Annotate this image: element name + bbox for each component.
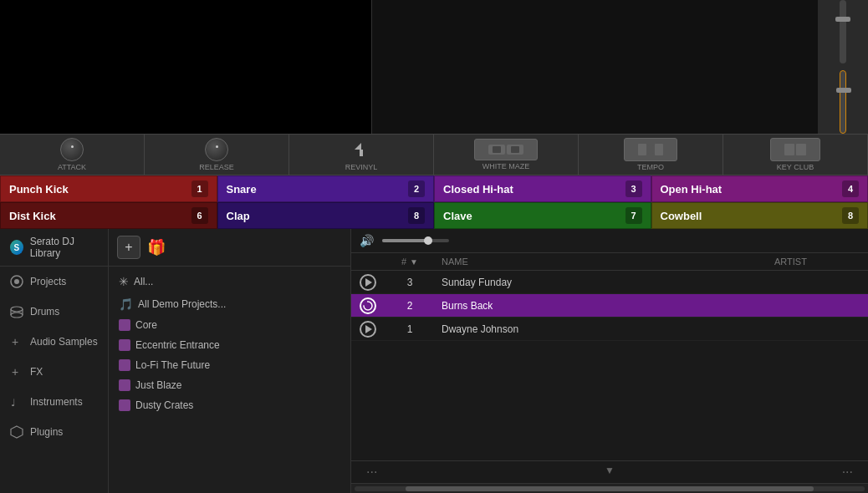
sort-arrow-icon[interactable]: ▼ bbox=[410, 257, 418, 267]
pad-number-4: 4 bbox=[842, 180, 859, 197]
lofi-label: Lo-Fi The Future bbox=[135, 359, 210, 371]
attack-knob[interactable] bbox=[60, 138, 84, 161]
pad-label-2: Snare bbox=[227, 183, 257, 196]
pad-label-1: Punch Kick bbox=[9, 183, 69, 196]
chevron-down-icon[interactable]: ▼ bbox=[605, 465, 615, 480]
track-name-3: Dwayne Johnson bbox=[435, 323, 768, 335]
volume-fill bbox=[382, 239, 428, 242]
play-circle-1[interactable] bbox=[360, 274, 376, 291]
all-asterisk-icon: ✳ bbox=[119, 275, 129, 288]
release-label: Release bbox=[199, 163, 234, 171]
sidebar-fx-label: FX bbox=[30, 366, 43, 378]
volume-icon[interactable]: 🔊 bbox=[360, 234, 374, 247]
control-release[interactable]: Release bbox=[145, 135, 289, 175]
sidebar-item-plugins[interactable]: Plugins bbox=[0, 417, 108, 447]
browser-item-dusty-crates[interactable]: Dusty Crates bbox=[109, 395, 350, 415]
key-club-btn[interactable] bbox=[770, 138, 820, 161]
track-row-2[interactable]: 2 Burns Back bbox=[351, 294, 868, 318]
pad-punch-kick[interactable]: Punch Kick 1 bbox=[0, 175, 217, 202]
dots-right-icon[interactable]: ··· bbox=[835, 465, 860, 480]
fx-icon: + bbox=[10, 365, 23, 379]
pad-label-7: Clave bbox=[443, 210, 472, 222]
eccentric-label: Eccentric Entrance bbox=[135, 339, 220, 351]
dots-left-icon[interactable]: ··· bbox=[360, 465, 384, 480]
browser-item-all[interactable]: ✳ All... bbox=[109, 270, 350, 293]
sidebar-item-projects[interactable]: Projects bbox=[0, 267, 108, 297]
browser-item-core[interactable]: Core bbox=[109, 315, 350, 335]
track-row-1[interactable]: 3 Sunday Funday bbox=[351, 271, 868, 294]
col-header-name[interactable]: NAME bbox=[435, 257, 768, 267]
white-maze-btn[interactable] bbox=[474, 139, 538, 160]
browser-item-just-blaze[interactable]: Just Blaze bbox=[109, 375, 350, 395]
volume-slider-thumb[interactable] bbox=[424, 236, 432, 245]
release-knob[interactable] bbox=[205, 138, 228, 161]
sidebar-item-serato[interactable]: S Serato DJ Library bbox=[0, 229, 108, 267]
tempo-label: Tempo bbox=[637, 163, 664, 171]
sidebar-item-audio-samples[interactable]: + Audio Samples bbox=[0, 327, 108, 357]
control-revinyl[interactable]: Revinyl bbox=[289, 135, 434, 175]
pad-cowbell[interactable]: Cowbell 8 bbox=[651, 202, 869, 229]
sidebar-audio-samples-label: Audio Samples bbox=[30, 336, 98, 348]
play-circle-2[interactable] bbox=[360, 297, 376, 314]
knob-dot-2 bbox=[216, 145, 218, 148]
pad-label-3: Closed Hi-hat bbox=[443, 183, 513, 196]
track-play-btn-3[interactable] bbox=[351, 321, 385, 338]
add-crate-button[interactable]: + bbox=[117, 236, 140, 259]
control-tempo[interactable]: Tempo bbox=[579, 135, 723, 175]
browser-item-demo-projects[interactable]: 🎵 All Demo Projects... bbox=[109, 293, 350, 315]
pad-number-2: 2 bbox=[408, 180, 425, 197]
track-list-header: # ▼ NAME ARTIST bbox=[351, 253, 868, 271]
svg-text:+: + bbox=[12, 335, 18, 348]
sidebar-item-drums[interactable]: Drums bbox=[0, 297, 108, 327]
eccentric-crate-icon bbox=[119, 339, 130, 351]
browser-item-eccentric[interactable]: Eccentric Entrance bbox=[109, 335, 350, 355]
pad-clap[interactable]: Clap 8 bbox=[217, 202, 435, 229]
plugins-icon bbox=[10, 425, 23, 439]
svg-point-4 bbox=[11, 307, 23, 312]
fader-thumb-right[interactable] bbox=[836, 88, 851, 93]
fader-track-left[interactable] bbox=[840, 0, 846, 64]
track-row-3[interactable]: 1 Dwayne Johnson bbox=[351, 318, 868, 341]
svg-marker-11 bbox=[11, 426, 23, 438]
pad-open-hihat[interactable]: Open Hi-hat 4 bbox=[651, 175, 869, 202]
play-circle-3[interactable] bbox=[360, 321, 376, 338]
fader-track-right[interactable] bbox=[840, 70, 846, 134]
pad-label-4: Open Hi-hat bbox=[661, 183, 722, 196]
track-list-footer-dots: ··· ▼ ··· bbox=[351, 460, 868, 483]
loading-spinner-icon bbox=[362, 300, 374, 312]
fader-thumb-left[interactable] bbox=[835, 17, 850, 22]
col-header-artist[interactable]: ARTIST bbox=[768, 257, 868, 267]
browser-item-lofi[interactable]: Lo-Fi The Future bbox=[109, 355, 350, 375]
dusty-crates-crate-icon bbox=[119, 399, 130, 411]
pad-number-7: 7 bbox=[625, 207, 642, 224]
track-play-btn-1[interactable] bbox=[351, 274, 385, 291]
control-white-maze[interactable]: White Maze bbox=[434, 135, 579, 175]
play-triangle-1 bbox=[365, 278, 372, 287]
track-name-2: Burns Back bbox=[435, 300, 768, 312]
sidebar-item-instruments[interactable]: ♩ Instruments bbox=[0, 387, 108, 417]
pad-number-6: 8 bbox=[408, 207, 425, 224]
pad-clave[interactable]: Clave 7 bbox=[434, 202, 651, 229]
control-key-club[interactable]: Key Club bbox=[723, 135, 868, 175]
sidebar-item-fx[interactable]: + FX bbox=[0, 357, 108, 387]
track-name-1: Sunday Funday bbox=[435, 277, 768, 288]
scroll-thumb[interactable] bbox=[406, 486, 814, 491]
bottom-section: S Serato DJ Library Projects Drums + Aud… bbox=[0, 229, 868, 493]
file-browser: + 🎁 ✳ All... 🎵 All Demo Projects... Core… bbox=[109, 229, 351, 493]
col-header-num[interactable]: # ▼ bbox=[385, 257, 435, 267]
pad-dist-kick[interactable]: Dist Kick 6 bbox=[0, 202, 217, 229]
pad-label-6: Clap bbox=[227, 210, 250, 222]
track-list: 🔊 # ▼ NAME ARTIST 3 Sunday Fund bbox=[351, 229, 868, 493]
sidebar-plugins-label: Plugins bbox=[30, 426, 63, 438]
just-blaze-label: Just Blaze bbox=[135, 379, 181, 391]
sidebar-serato-label: Serato DJ Library bbox=[30, 236, 98, 259]
control-attack[interactable]: Attack bbox=[0, 135, 145, 175]
volume-slider[interactable] bbox=[382, 239, 449, 242]
track-num-3: 1 bbox=[385, 323, 435, 335]
horizontal-scrollbar[interactable] bbox=[351, 483, 868, 493]
pad-closed-hihat[interactable]: Closed Hi-hat 3 bbox=[434, 175, 651, 202]
tempo-btn[interactable] bbox=[624, 138, 677, 161]
track-play-btn-2[interactable] bbox=[351, 297, 385, 314]
svg-marker-0 bbox=[355, 143, 361, 150]
pad-snare[interactable]: Snare 2 bbox=[217, 175, 435, 202]
